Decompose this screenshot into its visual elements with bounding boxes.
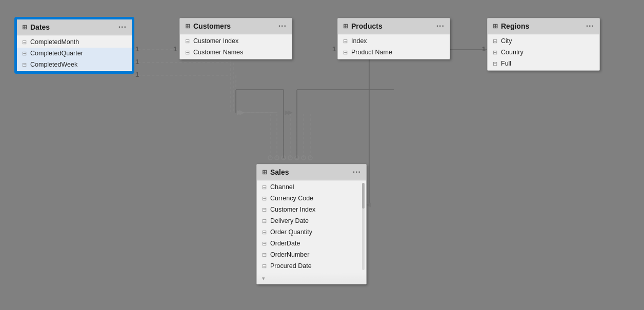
field-icon: ⊟ xyxy=(262,184,267,191)
field-icon: ⊟ xyxy=(343,38,348,45)
field-icon: ⊟ xyxy=(262,195,267,202)
products-table-menu[interactable]: ··· xyxy=(436,22,445,31)
products-table-header: ⊞ Products ··· xyxy=(338,18,450,34)
svg-marker-7 xyxy=(239,110,245,115)
rel-label-dates-1c: 1 xyxy=(135,71,139,78)
customers-table[interactable]: ⊞ Customers ··· ⊟ Customer Index ⊟ Custo… xyxy=(179,18,292,59)
customers-table-menu[interactable]: ··· xyxy=(278,22,287,31)
sales-row-orderdate[interactable]: ⊟ OrderDate xyxy=(257,238,366,249)
field-icon: ⊟ xyxy=(493,49,497,56)
sales-table[interactable]: ⊞ Sales ··· ⊟ Channel ⊟ Currency Code ⊟ … xyxy=(256,164,367,284)
dates-table[interactable]: ⊞ Dates ··· ⊟ CompletedMonth ⊟ Completed… xyxy=(15,18,133,73)
svg-marker-26 xyxy=(285,110,290,115)
rel-label-dates-1a: 1 xyxy=(135,45,139,53)
sales-row-channel[interactable]: ⊟ Channel xyxy=(257,181,366,193)
regions-table-menu[interactable]: ··· xyxy=(586,22,594,31)
svg-point-11 xyxy=(268,156,272,160)
products-table[interactable]: ⊞ Products ··· ⊟ Index ⊟ Product Name xyxy=(337,18,450,59)
sales-table-footer: ▾ xyxy=(257,273,366,284)
field-icon: ⊟ xyxy=(493,60,497,67)
field-icon: ⊟ xyxy=(262,240,267,247)
regions-table-header: ⊞ Regions ··· xyxy=(488,18,599,34)
svg-point-15 xyxy=(295,156,299,160)
field-icon: ⊟ xyxy=(262,206,267,213)
sales-row-ordernumber[interactable]: ⊟ OrderNumber xyxy=(257,249,366,260)
customers-table-title: Customers xyxy=(193,22,231,30)
products-table-icon: ⊞ xyxy=(343,23,348,30)
regions-table-title: Regions xyxy=(501,22,529,30)
regions-row-city[interactable]: ⊟ City xyxy=(488,35,599,47)
dates-row-completedquarter[interactable]: ⊟ CompletedQuarter xyxy=(17,48,132,59)
customers-table-header: ⊞ Customers ··· xyxy=(180,18,292,34)
dates-row-completedmonth[interactable]: ⊟ CompletedMonth xyxy=(17,36,132,48)
regions-row-full[interactable]: ⊟ Full xyxy=(488,58,599,69)
dates-row-completedweek[interactable]: ⊟ CompletedWeek xyxy=(17,59,132,70)
rel-label-products-1: 1 xyxy=(332,45,336,53)
sales-row-procureddate[interactable]: ⊟ Procured Date xyxy=(257,260,366,272)
dates-table-body: ⊟ CompletedMonth ⊟ CompletedQuarter ⊟ Co… xyxy=(17,35,132,71)
field-icon: ⊟ xyxy=(22,61,27,68)
field-icon: ⊟ xyxy=(493,38,497,45)
dates-table-header: ⊞ Dates ··· xyxy=(17,19,132,35)
field-icon: ⊟ xyxy=(185,49,190,56)
sales-scrollbar-track[interactable] xyxy=(362,183,365,270)
sales-table-header: ⊞ Sales ··· xyxy=(257,164,366,180)
dates-table-title: Dates xyxy=(30,23,50,31)
svg-point-17 xyxy=(308,156,312,160)
rel-label-customers-1: 1 xyxy=(173,45,177,53)
svg-point-14 xyxy=(288,156,292,160)
field-icon: ⊟ xyxy=(22,50,27,57)
sales-table-body: ⊟ Channel ⊟ Currency Code ⊟ Customer Ind… xyxy=(257,180,366,273)
products-row-index[interactable]: ⊟ Index xyxy=(338,35,450,47)
rel-label-regions-1: 1 xyxy=(482,45,486,53)
sales-row-currencycode[interactable]: ⊟ Currency Code xyxy=(257,193,366,204)
svg-marker-6 xyxy=(237,110,242,115)
sales-row-deliverydate[interactable]: ⊟ Delivery Date xyxy=(257,215,366,226)
customers-table-body: ⊟ Customer Index ⊟ Customer Names xyxy=(180,34,292,59)
regions-table-icon: ⊞ xyxy=(493,23,498,30)
sales-scrollbar-thumb[interactable] xyxy=(362,183,365,209)
customers-table-icon: ⊞ xyxy=(185,23,190,30)
products-table-body: ⊟ Index ⊟ Product Name xyxy=(338,34,450,59)
dates-table-menu[interactable]: ··· xyxy=(118,23,127,32)
field-icon: ⊟ xyxy=(343,49,348,56)
sales-more-indicator: ▾ xyxy=(262,275,265,282)
diagram-canvas: 1 1 1 1 1 1 ⊞ Dates ··· ⊟ CompletedMonth… xyxy=(0,0,644,310)
products-row-name[interactable]: ⊟ Product Name xyxy=(338,47,450,58)
svg-point-12 xyxy=(275,156,279,160)
field-icon: ⊟ xyxy=(262,229,267,236)
field-icon: ⊟ xyxy=(22,39,27,46)
regions-row-country[interactable]: ⊟ Country xyxy=(488,47,599,58)
svg-point-13 xyxy=(281,156,286,160)
sales-row-orderqty[interactable]: ⊟ Order Quantity xyxy=(257,226,366,238)
dates-table-icon: ⊞ xyxy=(22,24,27,31)
sales-table-menu[interactable]: ··· xyxy=(353,168,361,177)
sales-table-title: Sales xyxy=(270,168,289,176)
field-icon: ⊟ xyxy=(185,38,190,45)
svg-point-16 xyxy=(301,156,306,160)
svg-marker-35 xyxy=(366,202,371,208)
svg-marker-27 xyxy=(288,110,293,115)
field-icon: ⊟ xyxy=(262,252,267,258)
field-icon: ⊟ xyxy=(262,263,267,270)
sales-table-icon: ⊞ xyxy=(262,169,267,176)
products-table-title: Products xyxy=(351,22,383,30)
customers-row-index[interactable]: ⊟ Customer Index xyxy=(180,35,292,47)
customers-row-names[interactable]: ⊟ Customer Names xyxy=(180,47,292,58)
regions-table-body: ⊟ City ⊟ Country ⊟ Full xyxy=(488,34,599,70)
regions-table[interactable]: ⊞ Regions ··· ⊟ City ⊟ Country ⊟ Full xyxy=(487,18,600,71)
field-icon: ⊟ xyxy=(262,218,267,224)
rel-label-dates-1b: 1 xyxy=(135,58,139,66)
sales-row-customerindex[interactable]: ⊟ Customer Index xyxy=(257,204,366,215)
